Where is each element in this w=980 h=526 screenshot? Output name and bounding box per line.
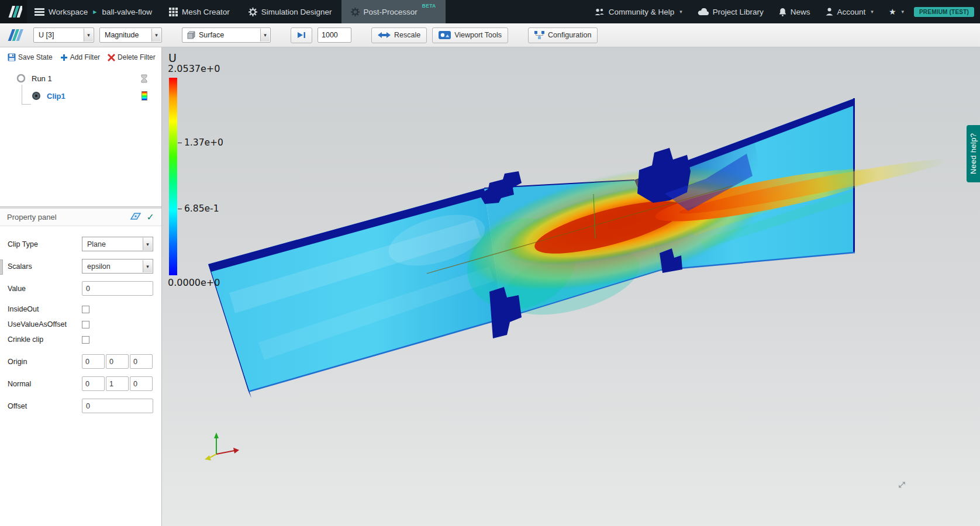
tab-post-processor-label: Post-Processor bbox=[364, 8, 417, 16]
pipeline-browser: Save State Add Filter Delete Filter bbox=[0, 47, 161, 207]
property-panel-title: Property panel bbox=[7, 213, 123, 222]
origin-x-input[interactable] bbox=[82, 354, 105, 369]
offset-input[interactable] bbox=[82, 399, 153, 413]
save-floppy-icon bbox=[8, 53, 16, 61]
value-input[interactable] bbox=[82, 281, 153, 296]
normal-z-input[interactable] bbox=[130, 376, 153, 391]
news-label: News bbox=[791, 8, 810, 16]
add-filter-label: Add Filter bbox=[70, 53, 100, 61]
scalars-row: Scalars epsilon ▾ bbox=[0, 259, 161, 274]
normal-y-input[interactable] bbox=[106, 376, 129, 391]
legend-title: U bbox=[168, 51, 177, 64]
offset-label: Offset bbox=[8, 402, 82, 410]
simscale-logo[interactable] bbox=[0, 0, 27, 23]
velocity-jet bbox=[452, 141, 950, 316]
value-label: Value bbox=[8, 285, 82, 293]
chevron-down-icon: ▾ bbox=[84, 29, 93, 41]
render-viewport[interactable]: U 2.0537e+0 1.37e+0 6.85e-1 0.0000e+0 Ne… bbox=[162, 47, 980, 526]
simscale-logo-icon bbox=[5, 4, 22, 19]
play-button[interactable] bbox=[291, 27, 312, 43]
rescale-button[interactable]: Rescale bbox=[371, 27, 427, 43]
people-icon bbox=[594, 8, 605, 16]
project-library-label: Project Library bbox=[713, 8, 764, 16]
left-pipe-surface bbox=[208, 188, 503, 398]
tab-simulation-designer-label: Simulation Designer bbox=[261, 8, 332, 16]
post-processor-gear-icon bbox=[351, 8, 360, 16]
tab-mesh-creator[interactable]: Mesh Creator bbox=[160, 0, 239, 23]
chevron-down-icon: ▾ bbox=[143, 260, 152, 272]
crinkle-clip-label: Crinkle clip bbox=[8, 335, 82, 344]
field-select[interactable]: U [3] ▾ bbox=[33, 27, 94, 43]
clip-type-value: Plane bbox=[87, 240, 106, 248]
tab-simulation-designer[interactable]: Simulation Designer bbox=[239, 0, 341, 23]
breadcrumb-arrow-icon: ▶ bbox=[93, 9, 96, 15]
insideout-row: InsideOut bbox=[0, 305, 161, 313]
usevalueasoffset-label: UseValueAsOffset bbox=[8, 320, 82, 328]
configuration-icon bbox=[534, 31, 544, 39]
scalars-select[interactable]: epsilon ▾ bbox=[82, 259, 153, 274]
tab-mesh-creator-label: Mesh Creator bbox=[182, 8, 230, 16]
plane-widget-icon[interactable] bbox=[129, 212, 141, 223]
normal-label: Normal bbox=[8, 380, 82, 388]
representation-select[interactable]: Surface ▾ bbox=[182, 27, 271, 43]
news-menu[interactable]: News bbox=[771, 0, 818, 23]
component-select[interactable]: Magnitude ▾ bbox=[99, 27, 162, 43]
tab-post-processor[interactable]: Post-Processor BETA bbox=[341, 0, 446, 23]
value-row: Value bbox=[0, 281, 161, 296]
surface-cube-icon bbox=[187, 31, 195, 39]
frame-input[interactable] bbox=[318, 27, 351, 43]
gear-icon bbox=[249, 8, 257, 16]
usevalueasoffset-checkbox[interactable] bbox=[82, 321, 89, 328]
pipeline-item-label: Clip1 bbox=[47, 92, 65, 101]
viewport-tools-button[interactable]: Viewport Tools bbox=[432, 27, 508, 43]
insideout-checkbox[interactable] bbox=[82, 306, 89, 313]
play-icon bbox=[297, 32, 306, 39]
tree-connector-line bbox=[22, 85, 22, 104]
crinkle-clip-checkbox[interactable] bbox=[82, 336, 89, 344]
panel-collapse-handle[interactable] bbox=[0, 259, 3, 275]
mesh-grid-icon bbox=[169, 8, 178, 16]
colorbar-icon[interactable] bbox=[142, 91, 147, 101]
normal-x-input[interactable] bbox=[82, 376, 105, 391]
top-navigation-bar: Workspace ▶ ball-valve-flow Mesh Creator… bbox=[0, 0, 980, 23]
apply-button[interactable]: ✓ bbox=[147, 213, 154, 222]
bell-icon bbox=[779, 8, 786, 16]
hourglass-icon bbox=[141, 74, 147, 83]
property-panel-header: Property panel ✓ bbox=[0, 209, 161, 226]
origin-z-input[interactable] bbox=[130, 354, 153, 369]
legend-tick-lower-value: 6.85e-1 bbox=[184, 203, 219, 214]
favorites-menu[interactable]: ★ ▾ bbox=[881, 0, 912, 23]
legend-tick bbox=[178, 143, 182, 143]
insideout-label: InsideOut bbox=[8, 305, 82, 313]
pipeline-item-clip1[interactable]: Clip1 bbox=[0, 87, 161, 105]
post-processor-toolbar: U [3] ▾ Magnitude ▾ Surface ▾ Rescale bbox=[0, 23, 980, 47]
save-state-button[interactable]: Save State bbox=[5, 51, 56, 63]
origin-y-input[interactable] bbox=[106, 354, 129, 369]
clip-type-label: Clip Type bbox=[8, 240, 82, 248]
account-menu[interactable]: Account ▾ bbox=[818, 0, 881, 23]
legend-tick bbox=[178, 209, 182, 209]
resize-handle-icon[interactable] bbox=[898, 480, 906, 492]
workspace-breadcrumb[interactable]: Workspace ▶ ball-valve-flow bbox=[27, 0, 160, 23]
visibility-toggle-icon[interactable] bbox=[16, 74, 26, 83]
plus-icon bbox=[60, 54, 68, 61]
viewport-3d-scene[interactable] bbox=[162, 47, 980, 526]
chevron-down-icon: ▾ bbox=[871, 9, 874, 15]
legend-max-value: 2.0537e+0 bbox=[168, 63, 220, 74]
configuration-button[interactable]: Configuration bbox=[528, 27, 598, 43]
save-state-label: Save State bbox=[18, 53, 53, 61]
rescale-label: Rescale bbox=[394, 31, 420, 39]
pipeline-item-run1[interactable]: Run 1 bbox=[0, 70, 161, 87]
community-help-menu[interactable]: Community & Help ▾ bbox=[586, 0, 690, 23]
project-library-menu[interactable]: Project Library bbox=[690, 0, 771, 23]
workspace-icon bbox=[34, 8, 44, 16]
normal-row: Normal bbox=[0, 376, 161, 391]
need-help-tab[interactable]: Need help? bbox=[967, 125, 980, 182]
add-filter-button[interactable]: Add Filter bbox=[57, 51, 103, 63]
clip-type-select[interactable]: Plane ▾ bbox=[82, 237, 153, 251]
visibility-toggle-icon[interactable] bbox=[32, 91, 41, 101]
chevron-down-icon: ▾ bbox=[679, 9, 682, 15]
usevalueasoffset-row: UseValueAsOffset bbox=[0, 320, 161, 328]
configuration-label: Configuration bbox=[548, 31, 591, 39]
delete-filter-button[interactable]: Delete Filter bbox=[105, 51, 158, 63]
